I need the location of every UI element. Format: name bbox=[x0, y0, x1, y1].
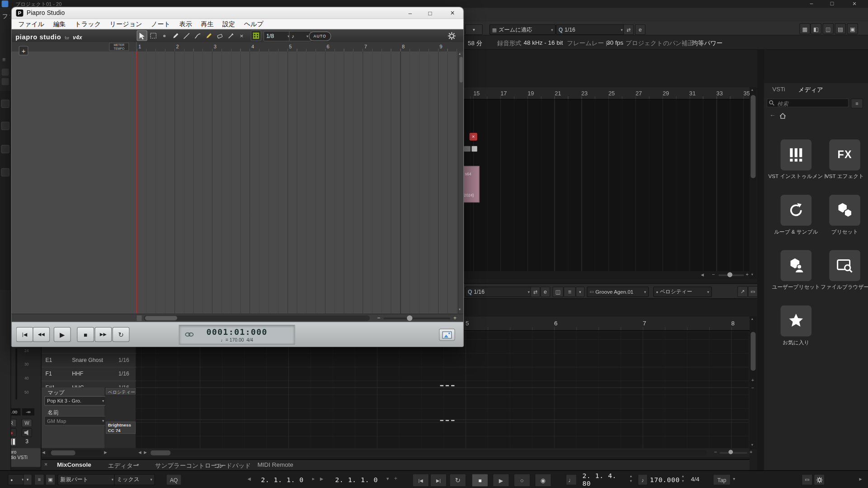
tap-tempo-button[interactable]: Tap bbox=[713, 474, 731, 485]
zoom-in-icon[interactable]: + bbox=[745, 272, 748, 277]
home-button[interactable] bbox=[779, 111, 787, 118]
layout-button-1[interactable]: ▦ bbox=[799, 23, 810, 34]
scroll-down-icon[interactable]: ▾ bbox=[459, 307, 461, 311]
menu-play[interactable]: 再生 bbox=[196, 19, 218, 29]
editor-zoom-track[interactable] bbox=[720, 452, 747, 454]
pan-law-value[interactable]: 均等パワー bbox=[692, 39, 723, 47]
add-marker-icon[interactable]: + bbox=[394, 475, 397, 481]
scroll-up-icon[interactable]: ▴ bbox=[751, 316, 753, 321]
edited-part-combo[interactable]: ▭ Groove Agen.01 ▾ bbox=[587, 286, 649, 297]
pencil-tool[interactable] bbox=[170, 30, 180, 41]
quantize-combo[interactable]: Q 1/16 ▾ bbox=[556, 24, 625, 35]
scroll-left-icon[interactable]: ◀ bbox=[138, 450, 142, 455]
expand-transport-icon[interactable]: ▸ bbox=[859, 476, 862, 482]
framerate-value[interactable]: 30 fps bbox=[607, 39, 623, 46]
tool-square[interactable] bbox=[2, 69, 9, 76]
zoom-slider-thumb[interactable] bbox=[727, 272, 732, 277]
goto-end-button[interactable]: ▶| bbox=[430, 474, 447, 487]
menu-file[interactable]: ファイル bbox=[14, 19, 49, 29]
settings-button[interactable] bbox=[447, 31, 457, 41]
menu-view[interactable]: 表示 bbox=[175, 19, 197, 29]
select-tool[interactable] bbox=[137, 30, 147, 41]
lower-quantize-panel-button[interactable]: e bbox=[540, 286, 550, 297]
hscroll-thumb[interactable] bbox=[145, 316, 177, 320]
line-tool[interactable] bbox=[181, 30, 191, 41]
track-type-icon[interactable] bbox=[1, 99, 9, 108]
scroll-right-icon[interactable]: ▶ bbox=[104, 450, 107, 455]
tab-mixconsole[interactable]: MixConsole bbox=[57, 461, 91, 468]
filter-icon[interactable]: ▾ bbox=[387, 476, 389, 481]
piapro-note-grid[interactable]: ▴ ▾ bbox=[12, 52, 463, 314]
scroll-thumb[interactable] bbox=[51, 450, 75, 455]
project-vscrollbar[interactable]: ▴ ▾ bbox=[750, 87, 757, 279]
project-event-display[interactable]: × s64 2024) bbox=[463, 99, 750, 271]
knife-tool[interactable] bbox=[225, 30, 236, 41]
tab-vsti[interactable]: VSTi bbox=[772, 86, 785, 93]
zoom-fit-combo[interactable]: ▦ ズームに適応 ▾ bbox=[489, 24, 556, 35]
zoom-knob[interactable] bbox=[407, 315, 412, 321]
goto-start-button[interactable]: |◀ bbox=[412, 474, 429, 487]
right-locator-display[interactable]: 2. 1. 4. 80 bbox=[582, 474, 629, 484]
play-button[interactable]: ▶ bbox=[493, 474, 509, 487]
zoom-out-icon[interactable]: − bbox=[751, 385, 754, 390]
editor-hscroll-track[interactable] bbox=[151, 450, 706, 455]
scroll-corner-box[interactable] bbox=[137, 315, 142, 321]
transport-panel-button[interactable]: ▣ bbox=[45, 474, 55, 485]
scroll-right-icon[interactable]: ▶ bbox=[144, 450, 147, 455]
editor-vscrollbar[interactable]: ▴ + − ▾ bbox=[750, 316, 757, 449]
menu-region[interactable]: リージョン bbox=[105, 19, 146, 29]
transport-setup-button[interactable] bbox=[814, 474, 825, 485]
piapro-titlebar[interactable]: P Piapro Studio – □ × bbox=[12, 7, 463, 19]
tempo-timesig-display[interactable]: ♩= 170.00 4/4 bbox=[179, 337, 295, 343]
tab-editor[interactable]: エディター bbox=[108, 461, 139, 469]
fader-groove[interactable] bbox=[15, 348, 17, 399]
extra-panel-button[interactable] bbox=[439, 328, 455, 341]
layout-button-4[interactable]: ▤ bbox=[835, 23, 846, 34]
scroll-down-icon[interactable]: ▾ bbox=[751, 443, 753, 447]
time-signature-display[interactable]: 4/4 bbox=[691, 476, 699, 483]
maximize-icon[interactable]: □ bbox=[421, 7, 440, 19]
tool-square[interactable] bbox=[2, 78, 9, 85]
drum-row-snare-ghost[interactable]: E1 Snare Ghost 1/16 bbox=[42, 353, 136, 367]
chevron-down-icon[interactable]: ▾ bbox=[733, 476, 735, 481]
track-type-icon[interactable] bbox=[1, 168, 9, 176]
main-ruler[interactable]: 15 17 19 21 23 25 27 29 31 33 35 bbox=[463, 87, 750, 99]
close-icon[interactable]: × bbox=[442, 7, 463, 19]
tab-chord-pads[interactable]: コードパッド bbox=[214, 461, 251, 469]
click-button[interactable]: ♩ bbox=[566, 474, 576, 485]
record-format-value[interactable]: 48 kHz - 16 bit bbox=[524, 39, 563, 46]
vscroll-thumb[interactable] bbox=[750, 332, 755, 371]
controller-select-combo[interactable]: ● ベロシティー ▾ bbox=[653, 286, 712, 297]
tempo-track-button[interactable]: ♪ bbox=[638, 474, 648, 485]
time-position-display[interactable]: 0001:01:000 bbox=[179, 327, 295, 337]
region-select-tool[interactable] bbox=[148, 30, 158, 41]
media-tile-presets[interactable]: プリセット bbox=[821, 195, 868, 242]
scroll-left-icon[interactable]: ◀ bbox=[701, 273, 704, 277]
lane-display-arrow[interactable]: ▾ bbox=[576, 286, 585, 297]
track-type-icon[interactable] bbox=[1, 122, 9, 130]
media-tile-user-presets[interactable]: ユーザープリセット bbox=[773, 250, 819, 297]
quantize-panel-button[interactable]: e bbox=[635, 24, 645, 35]
primary-position-display[interactable]: 2. 1. 1. 0 bbox=[256, 474, 309, 484]
lane-resize-handle[interactable] bbox=[440, 385, 454, 386]
stepper-down-icon[interactable]: ▾ bbox=[630, 479, 632, 483]
tempo-display[interactable]: 170.000 bbox=[649, 474, 681, 484]
lane-display-button[interactable]: ≡ bbox=[564, 286, 576, 297]
rewind-button[interactable]: ◀◀ bbox=[33, 327, 50, 342]
menu-track[interactable]: トラック bbox=[71, 19, 105, 29]
drum-grid[interactable]: 1/16 bbox=[118, 357, 129, 363]
locator-left-icon[interactable]: ◀ bbox=[247, 476, 251, 481]
stepper-up-icon[interactable]: ▴ bbox=[630, 474, 632, 478]
vscroll-thumb[interactable] bbox=[750, 95, 755, 178]
midi-activity-button[interactable]: ▭ bbox=[802, 474, 812, 485]
minimize-icon[interactable]: – bbox=[810, 0, 813, 6]
record-mix-combo[interactable]: ミックス ▾ bbox=[114, 474, 155, 485]
marker-icon[interactable]: ▸ bbox=[312, 476, 315, 481]
curve-tool[interactable] bbox=[192, 30, 203, 41]
peak-value-box[interactable]: -∞ bbox=[22, 408, 34, 416]
stepper-up-icon[interactable]: ▴ bbox=[682, 474, 684, 478]
drum-map-combo[interactable]: Pop Kit 3 - Gro. ▾ bbox=[44, 396, 107, 406]
zoom-track[interactable] bbox=[384, 318, 450, 319]
layout-button-5[interactable]: ▣ bbox=[847, 23, 858, 34]
auto-quantize-button[interactable]: AQ bbox=[166, 474, 181, 485]
